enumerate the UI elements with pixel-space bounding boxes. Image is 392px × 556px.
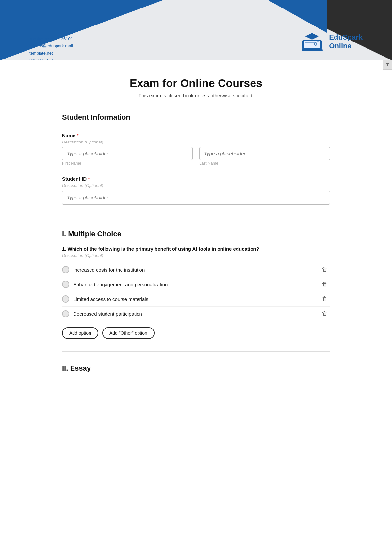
last-name-wrapper: Last Name [199,147,330,166]
header-contact: Montgomery, AL 36101 inquire@eduspark.ma… [29,35,73,60]
first-name-sublabel: First Name [62,161,193,166]
radio-circle[interactable] [62,281,69,288]
svg-rect-3 [305,44,311,44]
student-id-label: Student ID* [62,176,330,182]
mc-option-text: Increased costs for the institution [73,267,145,273]
add-other-option-button[interactable]: Add "Other" option [102,327,155,339]
mc-options-list: Increased costs for the institution 🗑 En… [62,262,330,321]
last-name-sublabel: Last Name [199,161,330,166]
svg-point-6 [317,40,319,42]
name-input-row: First Name Last Name [62,147,330,166]
question-1-group: 1. Which of the following is the primary… [62,246,330,339]
contact-phone: 222 555 777 [29,57,73,60]
delete-option-icon[interactable]: 🗑 [319,265,330,274]
header-triangle-dark2 [268,0,327,33]
mc-option-text: Decreased student participation [73,311,142,317]
delete-option-icon[interactable]: 🗑 [319,280,330,289]
first-name-wrapper: First Name [62,147,193,166]
essay-section: II. Essay [62,364,330,373]
student-id-input[interactable] [62,191,330,205]
section-divider-2 [62,351,330,352]
logo-icon [300,31,324,52]
add-option-button[interactable]: Add option [62,327,98,339]
name-field-group: Name* Description (Optional) First Name … [62,133,330,166]
name-required-marker: * [77,133,79,138]
radio-circle[interactable] [62,266,69,273]
mc-option-row: Enhanced engagement and personalization … [62,277,330,292]
exam-title: Exam for Online Courses [62,77,330,90]
exam-subtitle: This exam is closed book unless otherwis… [62,93,330,98]
main-content: Exam for Online Courses This exam is clo… [49,60,343,400]
first-name-input[interactable] [62,147,193,160]
contact-address: Montgomery, AL 36101 [29,35,73,42]
last-name-input[interactable] [199,147,330,160]
question-1-text: 1. Which of the following is the primary… [62,246,330,252]
svg-rect-2 [305,42,315,43]
svg-point-8 [315,43,317,45]
name-field-label: Name* [62,133,330,138]
logo: EduSpark Online [300,31,363,52]
radio-circle[interactable] [62,295,69,303]
delete-option-icon[interactable]: 🗑 [319,295,330,304]
add-options-row: Add option Add "Other" option [62,327,330,339]
svg-rect-9 [302,49,323,51]
multiple-choice-heading: I. Multiple Choice [62,230,330,238]
mc-option-row: Decreased student participation 🗑 [62,307,330,321]
delete-option-icon[interactable]: 🗑 [319,309,330,318]
mc-option-text: Limited access to course materials [73,296,148,302]
mc-option-text: Enhanced engagement and personalization [73,282,168,287]
question-1-description: Description (Optional) [62,253,330,258]
header-triangle-blue [0,0,163,60]
page-icon: T [383,60,392,70]
essay-heading: II. Essay [62,364,330,373]
name-description: Description (Optional) [62,140,330,144]
page-header: Montgomery, AL 36101 inquire@eduspark.ma… [0,0,392,60]
student-id-field-group: Student ID* Description (Optional) [62,176,330,205]
student-id-description: Description (Optional) [62,183,330,188]
mc-option-row: Limited access to course materials 🗑 [62,292,330,307]
logo-text: EduSpark Online [329,33,363,50]
radio-circle[interactable] [62,310,69,317]
mc-option-row: Increased costs for the institution 🗑 [62,262,330,277]
student-info-heading: Student Information [62,113,330,124]
contact-website: template.net [29,50,73,57]
student-id-required-marker: * [88,176,90,182]
contact-email: inquire@eduspark.mail [29,42,73,50]
svg-marker-4 [305,33,319,40]
section-divider [62,217,330,217]
